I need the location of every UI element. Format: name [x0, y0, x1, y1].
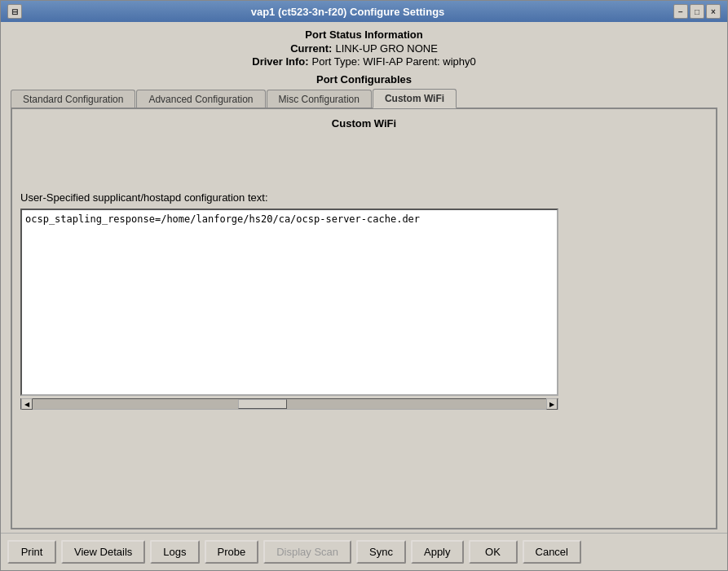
tab-custom-wifi[interactable]: Custom WiFi [373, 89, 457, 108]
tab-misc[interactable]: Misc Configuration [267, 90, 372, 108]
scroll-track[interactable] [33, 399, 546, 409]
current-label: Current: [290, 42, 332, 55]
port-status-title: Port Status Information [11, 29, 717, 41]
close-button[interactable]: × [706, 4, 721, 19]
maximize-button[interactable]: □ [690, 4, 704, 19]
custom-wifi-area: User-Specified supplicant/hostapd config… [20, 143, 708, 545]
window-controls-right: − □ × [673, 4, 721, 19]
tabs-container: Standard Configuration Advanced Configur… [11, 89, 717, 529]
driver-row: Driver Info: Port Type: WIFI-AP Parent: … [11, 55, 717, 68]
content-area: Port Status Information Current: LINK-UP… [1, 22, 727, 533]
minimize-button[interactable]: − [673, 4, 688, 19]
title-bar: ⊟ vap1 (ct523-3n-f20) Configure Settings… [1, 1, 727, 22]
current-value: LINK-UP GRO NONE [335, 42, 437, 55]
tab-content: Custom WiFi User-Specified supplicant/ho… [11, 108, 717, 529]
port-status-section: Port Status Information Current: LINK-UP… [11, 29, 717, 68]
main-window: ⊟ vap1 (ct523-3n-f20) Configure Settings… [0, 0, 728, 571]
current-row: Current: LINK-UP GRO NONE [11, 42, 717, 55]
window-controls-left: ⊟ [7, 4, 22, 19]
rollup-button[interactable]: ⊟ [7, 4, 22, 19]
driver-value: Port Type: WIFI-AP Parent: wiphy0 [312, 55, 476, 68]
tab-content-title: Custom WiFi [20, 117, 708, 130]
tab-standard[interactable]: Standard Configuration [11, 90, 135, 108]
port-configurables-title: Port Configurables [11, 73, 717, 86]
config-textarea[interactable] [20, 209, 558, 396]
window-title: vap1 (ct523-3n-f20) Configure Settings [22, 6, 673, 18]
tab-bar: Standard Configuration Advanced Configur… [11, 89, 717, 108]
scroll-thumb[interactable] [238, 399, 287, 409]
scroll-right-arrow[interactable]: ▶ [546, 398, 558, 410]
horizontal-scrollbar[interactable]: ◀ ▶ [20, 398, 558, 410]
scroll-left-arrow[interactable]: ◀ [21, 398, 33, 410]
driver-label: Driver Info: [252, 55, 308, 68]
tab-advanced[interactable]: Advanced Configuration [136, 90, 265, 108]
config-label: User-Specified supplicant/hostapd config… [20, 191, 708, 204]
